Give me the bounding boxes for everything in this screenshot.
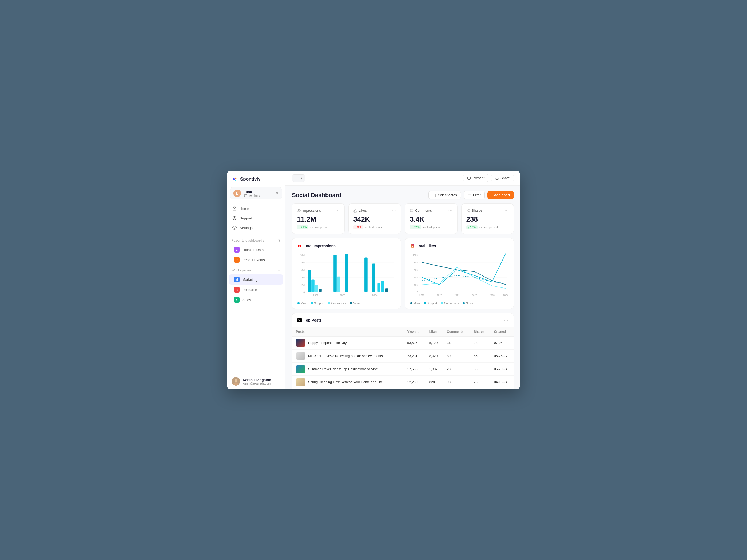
cell-likes-1: 8,020 — [426, 350, 443, 363]
sidebar-item-home[interactable]: Home — [229, 204, 283, 213]
shares-menu-icon[interactable]: ⋯ — [505, 208, 509, 213]
svg-point-26 — [468, 209, 469, 210]
svg-rect-14 — [468, 177, 471, 179]
svg-text:2021: 2021 — [454, 294, 459, 296]
sidebar-item-label-settings: Settings — [239, 226, 253, 230]
workspace-avatar: L — [233, 190, 241, 197]
share-button[interactable]: Share — [491, 174, 514, 182]
svg-text:6M: 6M — [302, 269, 305, 271]
svg-point-27 — [467, 210, 468, 211]
svg-text:8M: 8M — [302, 261, 305, 264]
col-views[interactable]: Views ↓ — [403, 327, 425, 337]
add-chart-button[interactable]: + Add chart — [487, 191, 514, 199]
post-thumb-0 — [296, 339, 306, 347]
select-dates-button[interactable]: Select dates — [429, 191, 461, 199]
legend-main-dot — [298, 302, 300, 304]
line-legend-main-dot — [410, 302, 412, 304]
cell-created-4: 01-01-24 — [490, 389, 514, 390]
table-row[interactable]: Spring Cleaning Tips: Refresh Your Home … — [292, 376, 514, 389]
table-row[interactable]: Summer Travel Plans: Top Destinations to… — [292, 363, 514, 376]
svg-rect-57 — [381, 281, 384, 292]
cell-post-3: Spring Cleaning Tips: Refresh Your Home … — [292, 376, 403, 389]
sidebar-item-label-research: Research — [242, 288, 257, 292]
table-row[interactable]: Happy Independence Day 53,535 5,120 36 2… — [292, 337, 514, 350]
cell-created-1: 05-25-24 — [490, 350, 514, 363]
cell-views-4: 11,789 — [403, 389, 425, 390]
sidebar-item-location-data[interactable]: L Location Data — [229, 244, 283, 255]
svg-rect-52 — [345, 255, 349, 292]
svg-rect-47 — [315, 285, 318, 292]
add-workspace-button[interactable]: + — [278, 268, 280, 273]
sidebar-item-label-support: Support — [239, 216, 252, 220]
table-row[interactable]: Mid-Year Review: Reflecting on Our Achie… — [292, 350, 514, 363]
top-posts-table: Posts Views ↓ Likes Comments Shares Crea… — [292, 327, 514, 389]
sidebar-item-sales[interactable]: S Sales — [229, 295, 283, 305]
favorites-title: Favorite dashboards — [232, 239, 264, 242]
cell-comments-2: 230 — [443, 363, 470, 376]
main-nav: Home Support Settings — [227, 204, 285, 233]
comments-value: 3.4K — [410, 215, 453, 223]
table-title: Top Posts — [304, 318, 322, 322]
cell-views-2: 17,535 — [403, 363, 425, 376]
line-legend-main: Main — [410, 301, 420, 305]
sidebar-item-recent-events[interactable]: R Recent Events — [229, 255, 283, 265]
instagram-icon — [410, 244, 415, 248]
cell-shares-4: 178 — [470, 389, 490, 390]
sales-badge: S — [234, 297, 239, 303]
app-window: Spontivly L Luna 17 members ⇅ Home — [227, 171, 520, 389]
svg-text:2022: 2022 — [313, 294, 318, 296]
workspace-selector[interactable]: L Luna 17 members ⇅ — [230, 187, 282, 199]
line-chart-body: 100K 80K 60K 40K 20K 0 — [410, 251, 508, 299]
filter-icon — [468, 193, 471, 197]
svg-text:2019: 2019 — [419, 294, 424, 296]
cell-shares-2: 85 — [470, 363, 490, 376]
recent-events-badge: R — [234, 257, 239, 263]
impressions-label: Impressions — [302, 209, 321, 213]
cell-created-0: 07-04-24 — [490, 337, 514, 350]
cell-comments-3: 98 — [443, 376, 470, 389]
impressions-value: 11.2M — [297, 215, 340, 223]
favorites-collapse-icon[interactable]: ▾ — [278, 238, 280, 243]
table-header-row: Posts Views ↓ Likes Comments Shares Crea… — [292, 327, 514, 337]
col-shares: Shares — [470, 327, 490, 337]
legend-support-dot — [311, 302, 313, 304]
comments-menu-icon[interactable]: ⋯ — [448, 208, 453, 213]
cell-comments-1: 89 — [443, 350, 470, 363]
filter-button[interactable]: Filter — [464, 191, 485, 199]
breadcrumb-chevron-icon: ▾ — [301, 176, 302, 180]
dashboard-header: Social Dashboard Select dates Filter + A… — [292, 191, 514, 199]
svg-rect-50 — [334, 255, 337, 292]
breadcrumb-chip[interactable]: ▾ — [292, 175, 305, 182]
impressions-menu-icon[interactable]: ⋯ — [335, 208, 340, 213]
present-button[interactable]: Present — [463, 174, 488, 182]
table-menu-icon[interactable]: ⋯ — [504, 318, 508, 323]
cell-likes-2: 1,337 — [426, 363, 443, 376]
svg-text:2M: 2M — [302, 284, 305, 286]
logo-icon — [232, 176, 238, 182]
sidebar-item-support[interactable]: Support — [229, 213, 283, 223]
likes-menu-icon[interactable]: ⋯ — [392, 208, 396, 213]
likes-icon — [354, 209, 357, 213]
workspaces-section-header: Workspaces + — [227, 265, 285, 274]
cell-created-3: 04-15-24 — [490, 376, 514, 389]
svg-text:0: 0 — [303, 291, 305, 294]
charts-row: Total Impressions ⋯ 10M 8M 6M 4M 2M 0 — [292, 238, 514, 309]
col-likes: Likes — [426, 327, 443, 337]
location-data-badge: L — [234, 247, 239, 252]
bar-chart-menu-icon[interactable]: ⋯ — [391, 243, 395, 248]
table-row[interactable]: New Year, New Beginnings: Our Resolution… — [292, 389, 514, 390]
sidebar-item-settings[interactable]: Settings — [229, 223, 283, 233]
sidebar-item-research[interactable]: R Research — [229, 285, 283, 295]
post-thumb-3 — [296, 378, 306, 386]
svg-text:2022: 2022 — [472, 294, 477, 296]
shares-change-badge: ↑ 13% — [466, 225, 478, 229]
sidebar-item-marketing[interactable]: M Marketing — [229, 274, 283, 285]
svg-text:L: L — [236, 191, 238, 195]
svg-text:20K: 20K — [414, 284, 418, 286]
cell-views-1: 23,231 — [403, 350, 425, 363]
legend-news: News — [350, 301, 360, 305]
svg-line-29 — [468, 211, 469, 211]
cell-views-3: 12,230 — [403, 376, 425, 389]
line-chart-menu-icon[interactable]: ⋯ — [504, 243, 508, 248]
line-legend-community-dot — [441, 302, 443, 304]
